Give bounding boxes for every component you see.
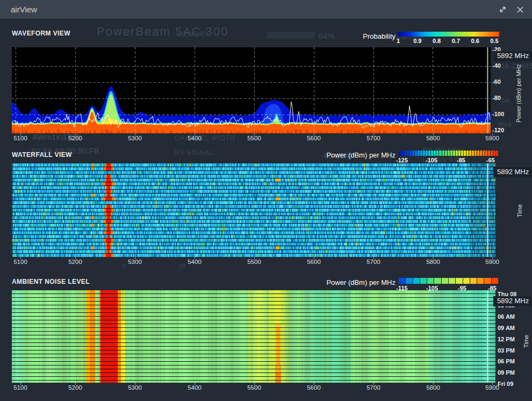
legend-segment (409, 151, 412, 156)
legend-segment (448, 151, 450, 156)
power-y-tick: -100 (492, 111, 504, 117)
waveform-section-title: WAVEFORM VIEW (12, 30, 70, 37)
bleed-text: :54: (500, 97, 511, 104)
expand-icon[interactable] (498, 5, 507, 14)
ambient-legend-ticks: -115-105-95-85 (399, 285, 498, 292)
legend-tick: -85 (488, 285, 497, 291)
x-tick-label: 5300 (128, 135, 142, 141)
x-tick-label: 5100 (13, 384, 27, 391)
x-tick-label: 5700 (366, 384, 380, 391)
legend-segment (458, 151, 461, 156)
waterfall-plot (12, 163, 495, 257)
probability-legend-label: Probability (272, 32, 396, 40)
legend-segment (464, 151, 466, 156)
time-tick-label: 06 AM (498, 313, 515, 320)
x-tick-label: 5400 (188, 135, 202, 141)
legend-segment (418, 151, 420, 156)
x-tick-label: 5800 (426, 384, 440, 391)
x-tick-label: 5400 (188, 384, 202, 391)
x-tick-label: 5100 (13, 135, 27, 141)
legend-segment (488, 151, 490, 156)
ambient-legend-bar (399, 278, 498, 284)
x-tick-label: 5600 (307, 384, 321, 391)
legend-segment (445, 151, 447, 156)
x-tick-label: 5500 (247, 259, 261, 265)
legend-segment (492, 278, 498, 284)
legend-segment (485, 151, 487, 156)
waterfall-legend-label: Power (dBm) per MHz (272, 151, 396, 159)
probability-legend-ticks: 10.90.80.70.60.5 (398, 38, 499, 45)
legend-segment (428, 151, 430, 156)
legend-segment (434, 151, 436, 156)
legend-segment (439, 151, 441, 156)
ambient-x-axis: 510052005300540055005600570058005900 (0, 384, 532, 392)
legend-segment (449, 278, 455, 284)
legend-segment (480, 151, 482, 156)
x-tick-label: 5300 (128, 259, 142, 265)
close-icon[interactable] (516, 5, 524, 14)
legend-tick: -95 (458, 285, 466, 291)
x-tick-label: 5700 (366, 135, 380, 141)
legend-segment (475, 151, 477, 156)
legend-segment (423, 151, 425, 156)
time-tick-label: 06 PM (498, 358, 515, 364)
x-tick-label: 5700 (366, 259, 380, 265)
x-tick-label: 5200 (68, 135, 82, 141)
waterfall-section-title: WATERFALL VIEW (12, 151, 72, 159)
legend-segment (442, 151, 444, 156)
x-tick-label: 5300 (128, 384, 142, 391)
legend-segment (470, 278, 477, 284)
probability-legend-bar (398, 32, 499, 37)
x-tick-label: 5900 (485, 384, 499, 391)
legend-segment (427, 278, 434, 284)
legend-segment (477, 151, 479, 156)
legend-segment (472, 151, 474, 156)
legend-segment (466, 151, 469, 156)
ambient-marker-frequency: 5892 MHz (493, 296, 532, 306)
legend-segment (496, 151, 498, 156)
ambient-time-axis-label: Time (522, 328, 530, 355)
legend-segment (415, 151, 417, 156)
bleed-text: RX SIGNAL (175, 149, 214, 156)
legend-segment (493, 151, 495, 156)
waterfall-legend-bar (399, 151, 498, 156)
x-tick-label: 5500 (247, 384, 261, 391)
x-tick-label: 5600 (307, 259, 321, 265)
waveform-y-axis-label: Power (dBm) per MHz (515, 60, 522, 127)
legend-segment (450, 151, 452, 156)
ambient-noise-plot (12, 290, 495, 383)
legend-segment (484, 278, 491, 284)
legend-tick: -85 (457, 157, 465, 163)
ambient-legend-label: Power (dBm) per MHz (272, 278, 396, 287)
waterfall-legend-ticks: -125-105-85-65 (399, 157, 498, 164)
x-tick-label: 5900 (485, 135, 499, 141)
legend-segment (453, 151, 455, 156)
legend-segment (407, 151, 409, 156)
ambient-section-title: AMBIENT NOISE LEVEL (12, 278, 90, 285)
x-tick-label: 5200 (68, 384, 82, 391)
legend-segment (404, 151, 406, 156)
legend-segment (442, 278, 448, 284)
legend-tick: 0.5 (490, 38, 498, 44)
legend-segment (413, 278, 420, 284)
x-tick-label: 5600 (307, 135, 321, 141)
legend-segment (483, 151, 485, 156)
waterfall-time-axis-label: Time (516, 198, 523, 224)
legend-segment (406, 278, 412, 284)
power-y-tick: -80 (492, 95, 501, 101)
legend-segment (436, 151, 438, 156)
legend-segment (456, 278, 462, 284)
legend-tick: -115 (396, 285, 407, 291)
time-tick-label: 12 PM (498, 336, 515, 342)
legend-segment (456, 151, 458, 156)
legend-segment (491, 151, 493, 156)
titlebar: airView (0, 0, 532, 19)
legend-tick: -65 (486, 157, 495, 163)
legend-tick: 0.9 (413, 38, 421, 44)
x-tick-label: 5400 (188, 259, 202, 265)
x-tick-label: 5800 (426, 135, 440, 141)
legend-segment (477, 278, 484, 284)
legend-segment (469, 151, 471, 156)
x-tick-label: 5500 (247, 135, 261, 141)
window-title: airView (11, 5, 37, 14)
